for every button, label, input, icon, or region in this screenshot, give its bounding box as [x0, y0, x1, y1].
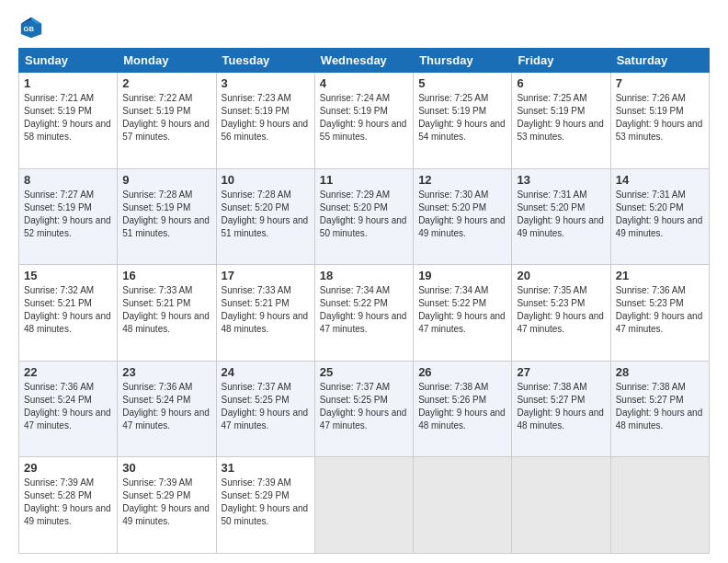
day-number: 20	[517, 269, 605, 282]
calendar-cell: 4Sunrise: 7:24 AMSunset: 5:19 PMDaylight…	[314, 73, 413, 169]
calendar-cell: 16Sunrise: 7:33 AMSunset: 5:21 PMDayligh…	[118, 265, 216, 362]
day-detail: Sunrise: 7:34 AMSunset: 5:22 PMDaylight:…	[320, 285, 407, 334]
day-detail: Sunrise: 7:28 AMSunset: 5:19 PMDaylight:…	[122, 190, 210, 238]
day-number: 23	[122, 365, 210, 379]
logo-icon: GB	[18, 15, 44, 40]
day-detail: Sunrise: 7:38 AMSunset: 5:27 PMDaylight:…	[616, 382, 703, 431]
day-detail: Sunrise: 7:34 AMSunset: 5:22 PMDaylight:…	[418, 285, 506, 334]
day-number: 31	[222, 461, 310, 475]
day-number: 5	[418, 76, 506, 90]
calendar-cell: 9Sunrise: 7:28 AMSunset: 5:19 PMDaylight…	[118, 168, 216, 265]
day-number: 25	[320, 365, 408, 379]
calendar-cell: 6Sunrise: 7:25 AMSunset: 5:19 PMDaylight…	[512, 73, 610, 169]
calendar-cell	[314, 457, 413, 554]
day-detail: Sunrise: 7:27 AMSunset: 5:19 PMDaylight:…	[24, 190, 111, 238]
calendar-cell: 29Sunrise: 7:39 AMSunset: 5:28 PMDayligh…	[19, 457, 118, 554]
calendar-cell: 23Sunrise: 7:36 AMSunset: 5:24 PMDayligh…	[118, 361, 216, 457]
day-number: 30	[122, 461, 210, 475]
day-detail: Sunrise: 7:26 AMSunset: 5:19 PMDaylight:…	[616, 93, 703, 142]
calendar-cell: 31Sunrise: 7:39 AMSunset: 5:29 PMDayligh…	[216, 457, 314, 554]
calendar-cell: 7Sunrise: 7:26 AMSunset: 5:19 PMDaylight…	[610, 73, 709, 169]
calendar-cell: 11Sunrise: 7:29 AMSunset: 5:20 PMDayligh…	[314, 168, 413, 265]
calendar-cell	[414, 457, 512, 554]
day-number: 4	[320, 76, 408, 90]
day-detail: Sunrise: 7:36 AMSunset: 5:23 PMDaylight:…	[616, 285, 703, 334]
day-number: 27	[517, 365, 605, 379]
calendar-cell: 8Sunrise: 7:27 AMSunset: 5:19 PMDaylight…	[19, 168, 118, 265]
day-number: 13	[517, 173, 605, 187]
day-number: 21	[616, 269, 704, 282]
calendar-cell: 13Sunrise: 7:31 AMSunset: 5:20 PMDayligh…	[512, 168, 610, 265]
calendar-cell: 27Sunrise: 7:38 AMSunset: 5:27 PMDayligh…	[512, 361, 610, 457]
day-detail: Sunrise: 7:32 AMSunset: 5:21 PMDaylight:…	[24, 285, 111, 334]
col-header-sunday: Sunday	[19, 49, 118, 73]
day-number: 29	[24, 461, 112, 475]
day-number: 18	[320, 269, 408, 282]
day-detail: Sunrise: 7:31 AMSunset: 5:20 PMDaylight:…	[517, 190, 604, 238]
calendar-cell	[610, 457, 709, 554]
calendar-cell: 15Sunrise: 7:32 AMSunset: 5:21 PMDayligh…	[19, 265, 118, 362]
calendar-cell: 3Sunrise: 7:23 AMSunset: 5:19 PMDaylight…	[216, 73, 314, 169]
day-detail: Sunrise: 7:29 AMSunset: 5:20 PMDaylight:…	[320, 190, 407, 238]
calendar-cell: 24Sunrise: 7:37 AMSunset: 5:25 PMDayligh…	[216, 361, 314, 457]
calendar-cell: 20Sunrise: 7:35 AMSunset: 5:23 PMDayligh…	[512, 265, 610, 362]
day-detail: Sunrise: 7:24 AMSunset: 5:19 PMDaylight:…	[320, 93, 407, 142]
day-number: 16	[122, 269, 210, 282]
day-detail: Sunrise: 7:36 AMSunset: 5:24 PMDaylight:…	[24, 382, 111, 431]
day-detail: Sunrise: 7:30 AMSunset: 5:20 PMDaylight:…	[418, 190, 506, 238]
calendar-cell: 28Sunrise: 7:38 AMSunset: 5:27 PMDayligh…	[610, 361, 709, 457]
week-row-1: 1Sunrise: 7:21 AMSunset: 5:19 PMDaylight…	[19, 73, 710, 169]
calendar-cell	[512, 457, 610, 554]
day-detail: Sunrise: 7:36 AMSunset: 5:24 PMDaylight:…	[122, 382, 210, 431]
col-header-wednesday: Wednesday	[314, 49, 413, 73]
calendar-cell: 21Sunrise: 7:36 AMSunset: 5:23 PMDayligh…	[610, 265, 709, 362]
day-detail: Sunrise: 7:25 AMSunset: 5:19 PMDaylight:…	[418, 93, 506, 142]
day-number: 24	[222, 365, 310, 379]
calendar-cell: 18Sunrise: 7:34 AMSunset: 5:22 PMDayligh…	[314, 265, 413, 362]
logo: GB	[18, 15, 46, 40]
calendar-cell: 14Sunrise: 7:31 AMSunset: 5:20 PMDayligh…	[610, 168, 709, 265]
day-detail: Sunrise: 7:39 AMSunset: 5:29 PMDaylight:…	[122, 477, 210, 526]
day-number: 22	[24, 365, 112, 379]
day-number: 14	[616, 173, 704, 187]
calendar-cell: 19Sunrise: 7:34 AMSunset: 5:22 PMDayligh…	[414, 265, 512, 362]
day-number: 11	[320, 173, 408, 187]
day-number: 7	[616, 76, 704, 90]
col-header-monday: Monday	[118, 49, 216, 73]
day-detail: Sunrise: 7:37 AMSunset: 5:25 PMDaylight:…	[320, 382, 407, 431]
page: GB SundayMondayTuesdayWednesdayThursdayF…	[0, 0, 728, 563]
calendar-cell: 22Sunrise: 7:36 AMSunset: 5:24 PMDayligh…	[19, 361, 118, 457]
calendar-cell: 1Sunrise: 7:21 AMSunset: 5:19 PMDaylight…	[19, 73, 118, 169]
week-row-4: 22Sunrise: 7:36 AMSunset: 5:24 PMDayligh…	[19, 361, 710, 457]
calendar-cell: 12Sunrise: 7:30 AMSunset: 5:20 PMDayligh…	[414, 168, 512, 265]
week-row-5: 29Sunrise: 7:39 AMSunset: 5:28 PMDayligh…	[19, 457, 710, 554]
day-number: 26	[418, 365, 506, 379]
calendar-cell: 30Sunrise: 7:39 AMSunset: 5:29 PMDayligh…	[118, 457, 216, 554]
day-detail: Sunrise: 7:23 AMSunset: 5:19 PMDaylight:…	[222, 93, 309, 142]
calendar-cell: 26Sunrise: 7:38 AMSunset: 5:26 PMDayligh…	[414, 361, 512, 457]
day-number: 15	[24, 269, 112, 282]
week-row-2: 8Sunrise: 7:27 AMSunset: 5:19 PMDaylight…	[19, 168, 710, 265]
calendar-cell: 5Sunrise: 7:25 AMSunset: 5:19 PMDaylight…	[414, 73, 512, 169]
day-number: 2	[122, 76, 210, 90]
day-detail: Sunrise: 7:38 AMSunset: 5:27 PMDaylight:…	[517, 382, 604, 431]
day-number: 28	[616, 365, 704, 379]
calendar-table: SundayMondayTuesdayWednesdayThursdayFrid…	[18, 48, 710, 554]
day-number: 9	[122, 173, 210, 187]
day-detail: Sunrise: 7:28 AMSunset: 5:20 PMDaylight:…	[222, 190, 309, 238]
day-number: 8	[24, 173, 112, 187]
calendar-cell: 2Sunrise: 7:22 AMSunset: 5:19 PMDaylight…	[118, 73, 216, 169]
day-detail: Sunrise: 7:37 AMSunset: 5:25 PMDaylight:…	[222, 382, 309, 431]
day-detail: Sunrise: 7:25 AMSunset: 5:19 PMDaylight:…	[517, 93, 604, 142]
day-detail: Sunrise: 7:39 AMSunset: 5:28 PMDaylight:…	[24, 477, 111, 526]
day-number: 3	[222, 76, 310, 90]
col-header-thursday: Thursday	[414, 49, 512, 73]
day-number: 6	[517, 76, 605, 90]
header: GB	[18, 15, 710, 40]
col-header-saturday: Saturday	[610, 49, 709, 73]
calendar-cell: 25Sunrise: 7:37 AMSunset: 5:25 PMDayligh…	[314, 361, 413, 457]
week-row-3: 15Sunrise: 7:32 AMSunset: 5:21 PMDayligh…	[19, 265, 710, 362]
day-detail: Sunrise: 7:33 AMSunset: 5:21 PMDaylight:…	[122, 285, 210, 334]
day-number: 10	[222, 173, 310, 187]
calendar-cell: 17Sunrise: 7:33 AMSunset: 5:21 PMDayligh…	[216, 265, 314, 362]
